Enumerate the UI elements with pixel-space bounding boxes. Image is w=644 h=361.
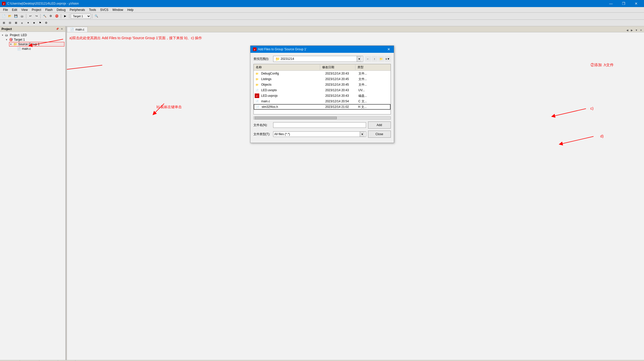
close-button[interactable]: Close (368, 131, 391, 138)
folder-icon-dialog: 📁 (275, 57, 280, 61)
svg-line-1 (154, 104, 164, 114)
svg-line-2 (553, 109, 586, 116)
file-row-leduvprojx[interactable]: µ LED.uvprojx 2023/12/14 20:43 磁盘... (254, 93, 391, 99)
file-date-mainc: 2023/12/14 20:54 (324, 100, 357, 103)
file-name-mainc: main.c (260, 100, 324, 103)
add-files-dialog: µ Add Files to Group 'Source Group 1' ✕ … (250, 45, 394, 143)
look-in-row: 查找范围(I): 📁 20231214 ▼ ← ↑ 📁 ≡▼ (253, 56, 391, 62)
file-type-mainc: C 文... (357, 99, 391, 104)
look-in-combo[interactable]: 📁 20231214 ▼ (273, 56, 363, 62)
filetype-value: All files (*.*) (274, 132, 290, 136)
svg-line-3 (561, 136, 594, 144)
folder-icon-listings: 📁 (255, 77, 259, 81)
file-date-debugconfig: 2023/12/14 20:43 (324, 72, 357, 75)
col-type: 类型 (355, 65, 391, 70)
col-name: 名称 (254, 65, 320, 70)
file-row-leduvoptx[interactable]: 📄 LED.uvoptx 2023/12/14 20:43 UV... (254, 87, 391, 93)
arrow-d (556, 131, 606, 152)
dialog-up-btn[interactable]: ↑ (372, 56, 378, 62)
look-in-combo-value: 📁 20231214 (274, 57, 357, 61)
annotation-d: d) (600, 134, 604, 138)
look-in-label: 查找范围(I): (253, 57, 271, 61)
dialog-title-bar: µ Add Files to Group 'Source Group 1' ✕ (250, 46, 394, 53)
file-type-listings: 文件... (357, 77, 391, 81)
file-name-debugconfig: DebugConfig (260, 72, 324, 75)
col-date: 修改日期 (320, 65, 355, 70)
filetype-combo[interactable]: All files (*.*) ▼ (273, 131, 366, 137)
dialog-logo: µ (253, 47, 256, 51)
dialog-nav-icons: ← ↑ 📁 ≡▼ (365, 56, 391, 62)
arrow-c (546, 104, 596, 124)
file-date-leduvoptx: 2023/12/14 20:43 (324, 88, 357, 92)
file-row-listings[interactable]: 📁 Listings 2023/12/14 20:45 文件... (254, 76, 391, 82)
file-list-header: 名称 修改日期 类型 (254, 64, 391, 71)
file-row-stm32h[interactable]: 📄 stm32f4xx.h 2023/12/14 21:02 H 文... (254, 104, 391, 110)
folder-icon-debugconfig: 📁 (255, 71, 259, 76)
filetype-arrow[interactable]: ▼ (360, 132, 365, 137)
file-list-hscrollbar[interactable] (253, 116, 391, 119)
dialog-title: Add Files to Group 'Source Group 1' (258, 47, 307, 51)
arrow-b-to-file (139, 91, 189, 121)
modal-overlay: µ Add Files to Group 'Source Group 1' ✕ … (0, 0, 644, 361)
annotation-b: b) 鼠标左键单击 (157, 105, 182, 109)
dialog-close-x-button[interactable]: ✕ (386, 47, 391, 52)
annotation-c: c) (590, 106, 594, 110)
file-row-objects[interactable]: 📁 Objects 2023/12/14 20:45 文件... (254, 82, 391, 87)
file-date-objects: 2023/12/14 20:45 (324, 83, 357, 86)
add-button[interactable]: Add (368, 122, 391, 129)
file-type-objects: 文件... (357, 83, 391, 87)
folder-icon-objects: 📁 (255, 82, 259, 87)
file-type-leduvprojx: 磁盘... (357, 94, 391, 98)
file-icon-leduvoptx: 📄 (255, 88, 259, 92)
file-name-leduvprojx: LED.uvprojx (260, 94, 324, 98)
file-date-listings: 2023/12/14 20:45 (324, 77, 357, 81)
file-name-leduvoptx: LED.uvoptx (260, 88, 324, 92)
filename-label: 文件名(N): (253, 123, 271, 127)
c-file-icon-mainc: 📄 (255, 99, 259, 104)
file-date-leduvprojx: 2023/12/14 20:43 (324, 94, 357, 98)
filename-input[interactable] (273, 122, 366, 128)
look-in-value: 20231214 (281, 57, 294, 61)
file-name-objects: Objects (260, 83, 324, 86)
file-name-stm32h: stm32f4xx.h (261, 105, 324, 109)
keil-icon-leduvprojx: µ (255, 93, 259, 98)
file-row-debugconfig[interactable]: 📁 DebugConfig 2023/12/14 20:43 文件... (254, 71, 391, 76)
file-name-listings: Listings (260, 77, 324, 81)
hscroll-thumb[interactable] (255, 117, 337, 119)
file-list: 名称 修改日期 类型 📁 DebugConfig 2023/12/14 20:4… (253, 64, 391, 114)
filename-row: 文件名(N): Add (253, 122, 391, 129)
dialog-back-btn[interactable]: ← (365, 56, 371, 62)
dialog-title-left: µ Add Files to Group 'Source Group 1' (253, 47, 307, 51)
look-in-arrow[interactable]: ▼ (357, 56, 362, 62)
dialog-view-btn[interactable]: ≡▼ (385, 56, 391, 62)
file-type-debugconfig: 文件... (357, 71, 391, 76)
file-row-mainc[interactable]: 📄 main.c 2023/12/14 20:54 C 文... (254, 99, 391, 104)
filetype-row: 文件类型(T): All files (*.*) ▼ Close (253, 131, 391, 138)
dialog-create-folder-btn[interactable]: 📁 (378, 56, 384, 62)
h-file-icon-stm32h: 📄 (255, 105, 260, 109)
filetype-label: 文件类型(T): (253, 132, 271, 136)
file-type-stm32h: H 文... (357, 105, 390, 109)
file-date-stm32h: 2023/12/14 21:02 (324, 105, 357, 109)
file-type-leduvoptx: UV... (357, 88, 391, 92)
dialog-body: 查找范围(I): 📁 20231214 ▼ ← ↑ 📁 ≡▼ (250, 53, 394, 143)
